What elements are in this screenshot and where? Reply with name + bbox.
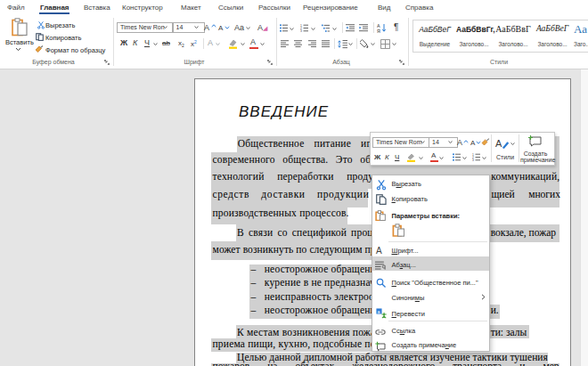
svg-text:Я: Я — [377, 28, 380, 33]
svg-text:3: 3 — [300, 29, 302, 32]
svg-text:3: 3 — [472, 159, 474, 161]
